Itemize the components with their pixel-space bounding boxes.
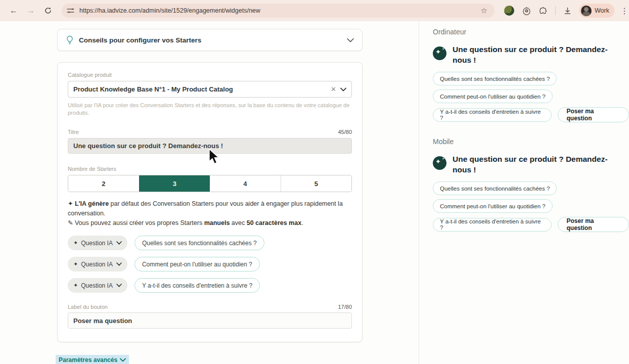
tips-chevron-down-icon[interactable] — [347, 38, 354, 42]
title-char-counter: 45/80 — [338, 129, 352, 135]
bookmark-star-icon[interactable]: ☆ — [479, 6, 489, 15]
advanced-chevron-down-icon — [120, 358, 126, 362]
catalog-chevron-down-icon[interactable] — [340, 87, 346, 92]
ai-info-text: ✦ L'IA génère par défaut des Conversatio… — [68, 199, 351, 228]
catalog-helper-text: Utilisé par l'IA pour créer des Conversa… — [68, 102, 351, 117]
catalog-select-value: Product Knowledge Base N°1 - My Product … — [73, 85, 327, 93]
lightbulb-icon — [66, 35, 74, 44]
starter-type-dropdown[interactable]: ✦ Question IA — [68, 257, 127, 271]
pencil-icon: ✎ — [68, 219, 73, 226]
sparkle-icon: ✦ — [73, 261, 78, 267]
starters-count-segmented: 2 3 4 5 — [68, 175, 352, 192]
sparkle-icon: ✦ — [68, 200, 73, 207]
starters-count-option[interactable]: 2 — [68, 175, 139, 192]
title-input[interactable]: Une question sur ce produit ? Demandez-n… — [68, 138, 352, 154]
advanced-settings-link[interactable]: Paramètres avancés — [56, 355, 129, 364]
starter-question-chip[interactable]: Quelles sont ses fonctionnalités cachées… — [134, 236, 264, 250]
preview-ask-button: Poser ma question — [558, 107, 629, 122]
sparkle-icon: ✦ — [73, 282, 78, 289]
starters-count-option[interactable]: 3 — [139, 175, 210, 192]
starter-rows: ✦ Question IA Quelles sont ses fonctionn… — [68, 236, 352, 293]
tips-title: Conseils pour configurer vos Starters — [79, 36, 347, 44]
desktop-widget-preview: ✦✦ Une question sur ce produit ? Demande… — [433, 44, 629, 122]
toolbar-actions: Work ⋮ — [501, 4, 629, 18]
preview-starter-chip: Quelles sont ses fonctionnalités cachées… — [433, 181, 557, 195]
starters-count-label: Nombre de Starters — [68, 166, 352, 172]
mobile-preview-heading: Mobile — [433, 138, 629, 146]
url-input[interactable]: https://ha.iadvize.com/admin/site/1529/e… — [79, 7, 479, 14]
preview-starter-chip: Y a-t-il des conseils d'entretien à suiv… — [433, 108, 552, 122]
starter-type-dropdown[interactable]: ✦ Question IA — [68, 278, 127, 293]
back-icon[interactable]: ← — [7, 4, 21, 18]
widget-title: Une question sur ce produit ? Demandez-n… — [453, 154, 609, 175]
chevron-down-icon — [116, 284, 122, 287]
preview-panel: Ordinateur ✦✦ Une question sur ce produi… — [419, 21, 629, 364]
starter-row: ✦ Question IA Y a-t-il des conseils d'en… — [68, 278, 352, 293]
starter-type-dropdown[interactable]: ✦ Question IA — [68, 236, 127, 250]
starters-count-option[interactable]: 4 — [210, 175, 281, 192]
title-label: Titre — [68, 129, 79, 135]
gear-icon[interactable] — [519, 4, 533, 18]
ai-sparkle-avatar: ✦✦ — [433, 156, 446, 170]
preview-starter-chip: Y a-t-il des conseils d'entretien à suiv… — [433, 218, 552, 232]
clear-selection-icon[interactable]: ✕ — [327, 85, 340, 93]
starters-count-option[interactable]: 5 — [281, 175, 352, 192]
page-content: Conseils pour configurer vos Starters Ca… — [0, 21, 629, 364]
button-label-label: Label du bouton — [68, 304, 108, 310]
starter-row: ✦ Question IA Comment peut-on l'utiliser… — [68, 257, 352, 271]
preview-starter-chip: Comment peut-on l'utiliser au quotidien … — [433, 199, 553, 213]
starter-question-chip[interactable]: Y a-t-il des conseils d'entretien à suiv… — [134, 278, 260, 293]
button-label-input[interactable]: Poser ma question — [68, 312, 352, 329]
preview-starter-chip: Comment peut-on l'utiliser au quotidien … — [433, 89, 553, 103]
site-controls-icon[interactable] — [67, 7, 74, 14]
chevron-down-icon — [116, 241, 122, 245]
desktop-preview-heading: Ordinateur — [433, 28, 629, 36]
catalog-label: Catalogue produit — [68, 72, 352, 78]
tips-panel[interactable]: Conseils pour configurer vos Starters — [57, 29, 363, 51]
reload-icon[interactable] — [41, 4, 55, 18]
starter-question-chip[interactable]: Comment peut-on l'utiliser au quotidien … — [134, 257, 260, 271]
chevron-down-icon — [116, 262, 122, 266]
starter-form-card: Catalogue produit Product Knowledge Base… — [57, 62, 363, 342]
forward-icon[interactable]: → — [24, 4, 38, 18]
browser-window: ← → https://ha.iadvize.com/admin/site/15… — [0, 0, 629, 364]
omnibox[interactable]: https://ha.iadvize.com/admin/site/1529/e… — [62, 4, 495, 18]
widget-title: Une question sur ce produit ? Demandez-n… — [453, 44, 609, 65]
extensions-puzzle-icon[interactable] — [536, 4, 551, 18]
profile-name: Work — [595, 7, 609, 14]
browser-profile-button[interactable]: Work — [579, 4, 614, 18]
browser-toolbar: ← → https://ha.iadvize.com/admin/site/15… — [0, 0, 629, 21]
download-icon[interactable] — [560, 4, 574, 18]
browser-menu-icon[interactable]: ⋮ — [617, 6, 629, 16]
preview-starter-chip: Quelles sont ses fonctionnalités cachées… — [433, 72, 557, 85]
sparkle-icon: ✦ — [73, 240, 78, 246]
extension-favicon-icon[interactable] — [504, 6, 514, 16]
button-label-char-counter: 17/80 — [338, 304, 352, 310]
ai-sparkle-avatar: ✦✦ — [433, 47, 446, 60]
toolbar-divider — [555, 6, 556, 15]
profile-avatar — [581, 6, 592, 16]
preview-ask-button: Poser ma question — [558, 217, 629, 232]
starter-row: ✦ Question IA Quelles sont ses fonctionn… — [68, 236, 352, 250]
mobile-widget-preview: ✦✦ Une question sur ce produit ? Demande… — [433, 154, 629, 232]
catalog-select[interactable]: Product Knowledge Base N°1 - My Product … — [68, 81, 352, 98]
